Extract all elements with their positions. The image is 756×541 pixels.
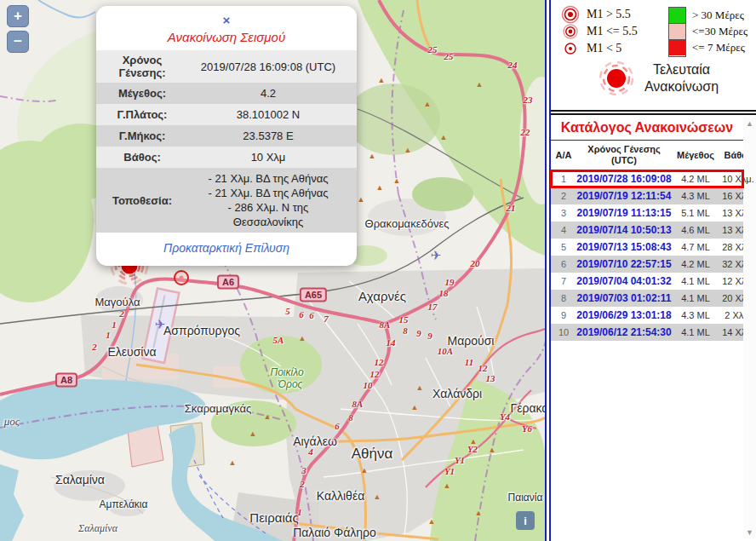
latest-announcement-label: Τελευταία Ανακοίνωση [644,61,719,95]
age-label: <= 7 Μέρες [692,39,747,55]
event-time-link[interactable]: 2019/07/13 15:08:43 [576,241,672,253]
detail-label: Γ.Πλάτος: [98,108,186,121]
detail-value: 38.101002 N [186,107,350,122]
col-header-mag: Μέγεθος [672,150,719,161]
catalog-row[interactable]: 92019/06/29 13:01:184.3 ML2 Χλμ. [551,307,743,324]
legend-item-small: M1 < 5 [561,40,662,57]
popup-detail-row: Βάθος:10 Χλμ [96,147,357,168]
row-number: 10 [551,327,576,337]
popup-details-table: Χρόνος Γένεσης:2019/07/28 16:09:08 (UTC)… [96,50,357,233]
catalog-row[interactable]: 52019/07/13 15:08:434.7 ML28 Χλμ. [551,239,743,256]
detail-value: 2019/07/28 16:09:08 (UTC) [186,60,350,74]
popup-detail-row: Μέγεθος:4.2 [96,83,357,104]
preliminary-solution-link[interactable]: Προκαταρκτική Επίλυση [96,233,357,264]
row-number: 3 [551,208,576,218]
row-number: 4 [551,225,576,235]
detail-value: 4.2 [186,86,350,101]
age-legend: > 30 Μέρες <=30 Μέρες <= 7 Μέρες [668,7,747,57]
detail-label: Μέγεθος: [98,87,186,100]
catalog-table: 12019/07/28 16:09:084.2 ML10 Χλμ.22019/0… [551,170,756,341]
catalog-header: Α/Α Χρόνος Γένεσης (UTC) Μέγεθος Βάθος [551,141,743,170]
age-color-strip [668,7,686,57]
legend-label: M1 > 5.5 [587,8,631,21]
event-magnitude: 4.1 ML [672,293,719,303]
detail-label: Τοποθεσία: [98,194,186,207]
event-magnitude: 4.2 ML [672,259,719,269]
event-time-link[interactable]: 2019/06/12 21:54:30 [576,326,672,338]
age-swatch-red [669,40,685,55]
detail-value: - 21 Χλμ. ΒΔ της Αθήνας - 21 Χλμ. ΒΔ της… [186,171,350,229]
zoom-in-button[interactable]: + [7,5,29,27]
event-time-link[interactable]: 2019/07/10 22:57:15 [576,258,672,270]
catalog-row[interactable]: 102019/06/12 21:54:304.1 ML14 Χλμ. [551,324,743,341]
event-time-link[interactable]: 2019/07/03 01:02:11 [576,292,672,304]
popup-detail-row: Χρόνος Γένεσης:2019/07/28 16:09:08 (UTC) [96,50,357,83]
row-number: 5 [551,242,576,252]
age-swatch-green [669,8,685,24]
legend-label: M1 <= 5.5 [587,25,638,38]
event-magnitude: 4.1 ML [672,276,719,286]
detail-label: Χρόνος Γένεσης: [98,54,186,79]
age-swatch-pink [669,24,685,40]
col-header-num: Α/Α [551,150,576,161]
magnitude-small-icon [561,39,580,58]
map-area[interactable]: ΜαγούλαΑσπρόπυργοςΕλευσίναΣκαραμαγκάςΣαλ… [0,0,545,541]
earthquake-app: ΜαγούλαΑσπρόπυργοςΕλευσίναΣκαραμαγκάςΣαλ… [0,0,756,541]
catalog-row[interactable]: 32019/07/19 11:13:155.1 ML13 Χλμ. [551,204,743,222]
event-time-link[interactable]: 2019/07/28 16:09:08 [576,173,672,185]
popup-detail-row: Γ.Πλάτος:38.101002 N [96,104,357,125]
event-magnitude: 4.3 ML [672,191,719,201]
popup-close-icon[interactable]: × [96,6,357,27]
zoom-out-button[interactable]: − [7,31,29,53]
scroll-up-icon[interactable]: ▲ [743,119,756,128]
row-number: 7 [551,276,576,286]
popup-title: Ανακοίνωση Σεισμού [96,27,357,50]
row-number: 1 [551,174,576,184]
event-magnitude: 5.1 ML [672,208,719,218]
catalog-panel: Κατάλογος Ανακοινώσεων Α/Α Χρόνος Γένεση… [551,110,756,541]
event-time-link[interactable]: 2019/07/19 12:11:54 [576,190,672,202]
magnitude-large-icon [561,5,580,24]
row-number: 2 [551,191,576,201]
catalog-title: Κατάλογος Ανακοινώσεων [551,115,743,141]
event-magnitude: 4.2 ML [672,174,719,184]
event-time-link[interactable]: 2019/07/04 04:01:32 [576,275,672,287]
row-number: 9 [551,310,576,320]
legend-item-medium: M1 <= 5.5 [561,23,662,40]
catalog-row[interactable]: 42019/07/14 10:50:134.6 ML13 Χλμ. [551,222,743,239]
zoom-controls: + − [7,5,29,56]
map-info-button[interactable]: i [516,511,535,530]
popup-detail-row: Γ.Μήκος:23.5378 E [96,125,357,147]
event-time-link[interactable]: 2019/06/29 13:01:18 [576,309,672,321]
catalog-row[interactable]: 82019/07/03 01:02:114.1 ML20 Χλμ. [551,290,743,307]
catalog-row[interactable]: 72019/07/04 04:01:324.1 ML12 Χλμ. [551,273,743,290]
row-number: 8 [551,293,576,303]
detail-label: Βάθος: [98,151,186,164]
event-time-link[interactable]: 2019/07/19 11:13:15 [576,207,672,219]
detail-value: 23.5378 E [186,129,350,143]
popup-detail-row: Τοποθεσία:- 21 Χλμ. ΒΔ της Αθήνας - 21 Χ… [96,168,357,233]
row-number: 6 [551,259,576,269]
age-label: > 30 Μέρες [692,7,747,23]
event-magnitude: 4.7 ML [672,242,719,252]
event-magnitude: 4.6 ML [672,225,719,235]
scroll-down-icon[interactable]: ▼ [743,528,756,537]
legend-label: M1 < 5 [587,42,621,55]
earthquake-popup: × Ανακοίνωση Σεισμού Χρόνος Γένεσης:2019… [96,6,357,266]
event-magnitude: 4.1 ML [672,327,719,337]
detail-label: Γ.Μήκος: [98,129,186,142]
pulse-icon [597,60,636,97]
catalog-row[interactable]: 22019/07/19 12:11:544.3 ML16 Χλμ. [551,187,743,204]
magnitude-medium-icon [561,22,580,41]
sidebar: M1 > 5.5 M1 <= 5.5 [545,0,756,541]
latest-announcement-legend: Τελευταία Ανακοίνωση [561,60,754,97]
col-header-time: Χρόνος Γένεσης (UTC) [576,144,672,166]
event-magnitude: 4.3 ML [672,310,719,320]
age-label: <=30 Μέρες [692,23,747,39]
event-time-link[interactable]: 2019/07/14 10:50:13 [576,224,672,236]
magnitude-legend: M1 > 5.5 M1 <= 5.5 [561,6,662,57]
catalog-row[interactable]: 62019/07/10 22:57:154.2 ML32 Χλμ. [551,256,743,273]
detail-value: 10 Χλμ [186,150,350,164]
legend-item-large: M1 > 5.5 [561,6,662,23]
catalog-row[interactable]: 12019/07/28 16:09:084.2 ML10 Χλμ. [551,170,743,187]
